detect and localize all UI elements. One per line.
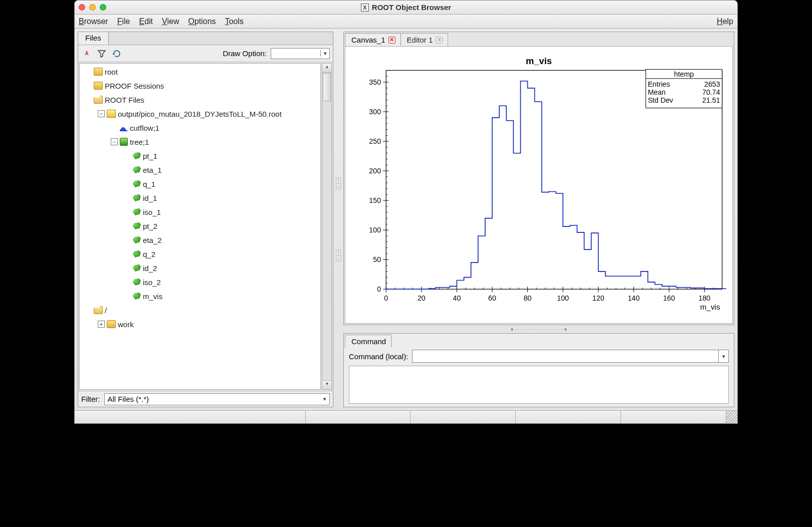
svg-text:160: 160 (663, 294, 675, 302)
tree-row[interactable]: eta_1 (80, 163, 320, 177)
collapse-icon[interactable]: − (111, 138, 118, 145)
cmd-tabs: Command (345, 335, 733, 348)
svg-text:350: 350 (369, 78, 381, 86)
hist-icon (120, 124, 128, 131)
content-area: Files A Draw Option: ▾ rootPRO (75, 29, 737, 410)
leaf-icon (133, 166, 141, 173)
refresh-icon[interactable] (111, 48, 122, 59)
svg-text:2653: 2653 (704, 80, 720, 88)
tree-row[interactable]: q_2 (80, 247, 320, 261)
command-input[interactable]: ▾ (412, 350, 729, 363)
tree-item-label: root (105, 68, 118, 76)
tab-command[interactable]: Command (345, 335, 391, 348)
tree-row[interactable]: eta_2 (80, 233, 320, 247)
tree-row[interactable]: m_vis (80, 289, 320, 303)
vertical-splitter[interactable] (335, 32, 341, 407)
menubar: Browser File Edit View Options Tools Hel… (75, 15, 737, 29)
filter-value: All Files (*.*) (108, 395, 149, 403)
canvas-tab[interactable]: Canvas_1✕ (345, 33, 401, 46)
left-panel: Files A Draw Option: ▾ rootPRO (78, 32, 333, 407)
sort-az-icon[interactable]: A (81, 48, 92, 59)
tree-item-label: PROOF Sessions (105, 82, 164, 90)
canvas-panel: Canvas_1✕Editor 1✕ m_vis0501001502002503… (343, 32, 734, 325)
tree-row[interactable]: +work (80, 317, 320, 331)
tree-row[interactable]: ROOT Files (80, 93, 320, 107)
tree-row[interactable]: pt_1 (80, 149, 320, 163)
svg-text:0: 0 (384, 294, 388, 302)
statusbar (75, 410, 737, 423)
filter-combobox[interactable]: All Files (*.*) ▾ (104, 393, 330, 405)
menu-tools[interactable]: Tools (225, 17, 244, 26)
tree-item-label: iso_2 (143, 278, 161, 287)
menu-help[interactable]: Help (717, 17, 733, 26)
tree-row[interactable]: / (80, 303, 320, 317)
tree-row[interactable]: PROOF Sessions (80, 79, 320, 93)
command-log[interactable] (349, 366, 729, 404)
tree-row[interactable]: cutflow;1 (80, 121, 320, 135)
leaf-icon (133, 208, 141, 215)
tree-scrollbar[interactable]: ▴ ▾ (322, 63, 332, 390)
svg-text:40: 40 (453, 294, 461, 302)
svg-text:0: 0 (377, 285, 381, 293)
tree-item-label: tree;1 (130, 138, 149, 146)
leaf-icon (133, 236, 141, 243)
left-toolbar: A Draw Option: ▾ (78, 45, 333, 62)
scroll-thumb[interactable] (323, 73, 331, 101)
tree-row[interactable]: iso_2 (80, 275, 320, 289)
tree-item-label: eta_2 (143, 236, 162, 244)
folder-open-icon (94, 306, 103, 314)
svg-text:21.51: 21.51 (702, 96, 720, 104)
svg-text:80: 80 (524, 294, 532, 302)
tree-row[interactable]: pt_2 (80, 219, 320, 233)
scroll-down-button[interactable]: ▾ (322, 380, 331, 389)
collapse-icon[interactable]: − (98, 110, 105, 117)
menu-options[interactable]: Options (188, 17, 216, 26)
svg-text:140: 140 (628, 294, 640, 302)
expand-icon[interactable]: + (98, 321, 105, 328)
svg-text:m_vis: m_vis (700, 303, 720, 311)
tree-item-label: / (105, 306, 107, 315)
menu-edit[interactable]: Edit (139, 17, 153, 26)
scroll-up-button[interactable]: ▴ (322, 64, 331, 73)
canvas-tab-label: Editor 1 (407, 36, 433, 44)
filter-funnel-icon[interactable] (96, 48, 107, 59)
menu-browser[interactable]: Browser (79, 17, 108, 26)
tree-row[interactable]: −tree;1 (80, 135, 320, 149)
leaf-icon (133, 250, 141, 257)
rootfile-icon (107, 110, 116, 118)
tree-icon (120, 138, 128, 146)
tree-item-label: cutflow;1 (130, 124, 159, 132)
status-seg-3 (411, 411, 516, 423)
tree-row[interactable]: root (80, 65, 320, 79)
tree-item-label: work (118, 320, 134, 329)
file-tree[interactable]: rootPROOF SessionsROOT Files−output/pico… (79, 63, 321, 390)
chevron-down-icon: ▾ (323, 396, 326, 402)
draw-option-combobox[interactable]: ▾ (271, 48, 330, 59)
right-panel: Canvas_1✕Editor 1✕ m_vis0501001502002503… (343, 32, 734, 407)
close-tab-icon[interactable]: ✕ (436, 37, 443, 44)
menu-view[interactable]: View (162, 17, 179, 26)
svg-text:300: 300 (369, 108, 381, 116)
app-window: X ROOT Object Browser Browser File Edit … (74, 0, 738, 424)
tab-files[interactable]: Files (78, 32, 109, 45)
horizontal-splitter[interactable]: ▾ · · · · · · · · · · · · · · · · · · ▾ (343, 327, 734, 331)
tree-row[interactable]: −output/pico_mutau_2018_DYJetsToLL_M-50.… (80, 107, 320, 121)
tree-row[interactable]: id_2 (80, 261, 320, 275)
tree-row[interactable]: iso_1 (80, 205, 320, 219)
tree-row[interactable]: id_1 (80, 191, 320, 205)
chevron-down-icon: ▾ (320, 50, 329, 57)
canvas-tab[interactable]: Editor 1✕ (400, 33, 449, 46)
menu-file[interactable]: File (117, 17, 130, 26)
status-seg-5 (621, 411, 726, 423)
tree-row[interactable]: q_1 (80, 177, 320, 191)
close-tab-icon[interactable]: ✕ (388, 37, 395, 44)
x11-icon: X (361, 4, 369, 12)
resize-grip[interactable] (726, 411, 737, 423)
svg-text:70.74: 70.74 (702, 88, 720, 96)
histogram-plot[interactable]: m_vis05010015020025030035002040608010012… (345, 47, 732, 323)
leaf-icon (133, 222, 141, 229)
tree-item-label: pt_1 (143, 152, 157, 160)
status-seg-4 (516, 411, 621, 423)
tree-item-label: ROOT Files (105, 96, 144, 104)
canvas-body[interactable]: m_vis05010015020025030035002040608010012… (345, 46, 733, 324)
